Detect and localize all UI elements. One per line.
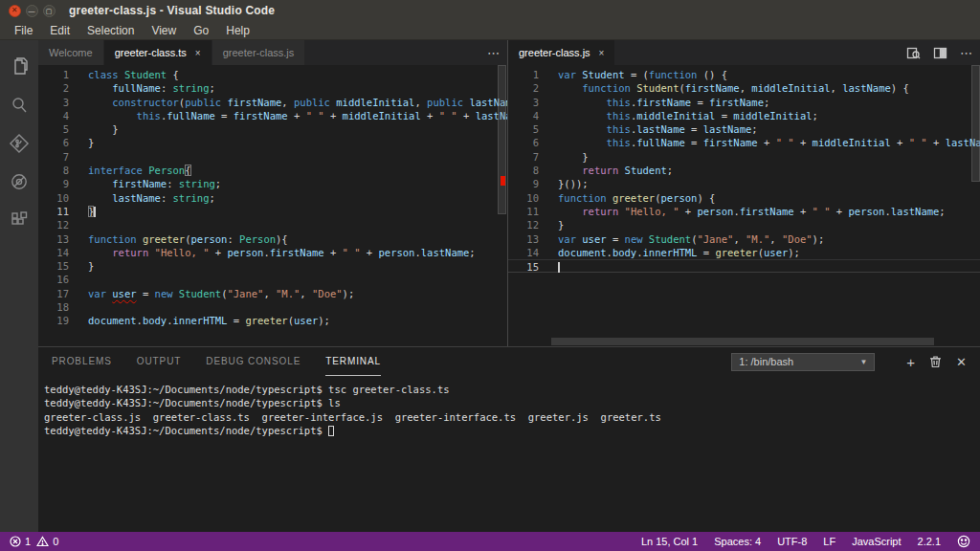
terminal-select[interactable]: 1: /bin/bash ▼ bbox=[731, 353, 875, 371]
line-number[interactable]: 4 bbox=[38, 109, 69, 122]
language-mode-status[interactable]: JavaScript bbox=[852, 536, 901, 547]
code-line[interactable]: 7 bbox=[38, 150, 507, 164]
line-number[interactable]: 6 bbox=[508, 136, 539, 149]
tab-close-icon[interactable]: × bbox=[599, 48, 605, 58]
window-minimize-button[interactable]: — bbox=[26, 5, 38, 17]
line-number[interactable]: 7 bbox=[38, 150, 69, 164]
code-line[interactable]: 8 return Student; bbox=[508, 164, 980, 177]
menu-file[interactable]: File bbox=[6, 21, 41, 39]
tab-close-icon[interactable]: × bbox=[195, 48, 201, 58]
line-number[interactable]: 10 bbox=[508, 191, 539, 205]
line-number[interactable]: 3 bbox=[38, 96, 69, 109]
line-number[interactable]: 1 bbox=[508, 68, 539, 81]
line-number[interactable]: 12 bbox=[508, 218, 539, 231]
code-line[interactable]: 13var user = new Student("Jane", "M.", "… bbox=[508, 232, 980, 246]
tab-greeter-class-ts[interactable]: greeter-class.ts × bbox=[104, 40, 212, 65]
line-number[interactable]: 9 bbox=[508, 177, 539, 190]
explorer-icon[interactable] bbox=[0, 48, 38, 86]
line-number[interactable]: 19 bbox=[38, 314, 69, 327]
code-line[interactable]: 16 bbox=[38, 273, 507, 286]
indentation-status[interactable]: Spaces: 4 bbox=[714, 536, 761, 547]
line-number[interactable]: 11 bbox=[38, 205, 69, 218]
line-number[interactable]: 7 bbox=[508, 150, 539, 164]
code-line[interactable]: 9}()); bbox=[508, 177, 980, 190]
code-line[interactable]: 12} bbox=[508, 218, 980, 231]
more-actions-icon[interactable]: ⋯ bbox=[487, 46, 500, 60]
code-line[interactable]: 13function greeter(person: Person){ bbox=[38, 232, 507, 246]
feedback-smiley-icon[interactable] bbox=[957, 535, 970, 548]
line-number[interactable]: 6 bbox=[38, 136, 69, 149]
line-number[interactable]: 2 bbox=[508, 81, 539, 95]
line-number[interactable]: 14 bbox=[508, 246, 539, 259]
code-line[interactable]: 12 bbox=[38, 218, 507, 231]
code-line[interactable]: 14 return "Hello, " + person.firstName +… bbox=[38, 246, 507, 259]
menu-edit[interactable]: Edit bbox=[41, 21, 78, 39]
code-line[interactable]: 5 } bbox=[38, 122, 507, 136]
code-line[interactable]: 10 lastName: string; bbox=[38, 191, 507, 205]
panel-tab-output[interactable]: OUTPUT bbox=[137, 347, 182, 376]
javascript-editor[interactable]: 1var Student = (function () {2 function … bbox=[508, 65, 980, 346]
debug-icon[interactable] bbox=[0, 163, 38, 201]
typescript-editor[interactable]: 1class Student {2 fullName: string;3 con… bbox=[38, 65, 507, 346]
line-number[interactable]: 15 bbox=[508, 260, 539, 272]
code-line[interactable]: 11 return "Hello, " + person.firstName +… bbox=[508, 205, 980, 218]
line-number[interactable]: 18 bbox=[38, 300, 69, 314]
new-terminal-icon[interactable]: + bbox=[906, 354, 915, 370]
terminal[interactable]: teddy@teddy-K43SJ:~/Documents/node/types… bbox=[38, 376, 980, 532]
menu-selection[interactable]: Selection bbox=[78, 21, 143, 39]
open-preview-icon[interactable] bbox=[906, 46, 921, 60]
menu-go[interactable]: Go bbox=[185, 21, 217, 39]
code-line[interactable]: 19document.body.innerHTML = greeter(user… bbox=[38, 314, 507, 327]
code-line[interactable]: 7 } bbox=[508, 150, 980, 164]
panel-tab-problems[interactable]: PROBLEMS bbox=[52, 347, 112, 376]
panel-tab-debug-console[interactable]: DEBUG CONSOLE bbox=[206, 347, 301, 376]
line-number[interactable]: 2 bbox=[38, 81, 69, 95]
line-number[interactable]: 15 bbox=[38, 259, 69, 273]
line-number[interactable]: 5 bbox=[38, 122, 69, 136]
code-line[interactable]: 8interface Person{ bbox=[38, 164, 507, 177]
extensions-icon[interactable] bbox=[0, 201, 38, 239]
line-number[interactable]: 14 bbox=[38, 246, 69, 259]
code-line[interactable]: 6 this.fullName = firstName + " " + midd… bbox=[508, 136, 980, 149]
split-editor-icon[interactable] bbox=[933, 46, 947, 60]
code-line[interactable]: 10function greeter(person) { bbox=[508, 191, 980, 205]
code-line[interactable]: 18 bbox=[38, 300, 507, 314]
source-control-icon[interactable] bbox=[0, 124, 38, 163]
line-number[interactable]: 13 bbox=[38, 232, 69, 246]
window-maximize-button[interactable]: ▢ bbox=[43, 5, 56, 17]
window-close-button[interactable]: ✕ bbox=[9, 5, 21, 17]
code-line[interactable]: 11} bbox=[38, 205, 507, 218]
tab-greeter-class-js-right[interactable]: greeter-class.js × bbox=[508, 40, 615, 65]
panel-tab-terminal[interactable]: TERMINAL bbox=[325, 347, 381, 376]
code-line[interactable]: 2 fullName: string; bbox=[38, 81, 507, 95]
encoding-status[interactable]: UTF-8 bbox=[777, 536, 807, 547]
code-line[interactable]: 17var user = new Student("Jane", "M.", "… bbox=[38, 287, 507, 300]
code-line[interactable]: 15} bbox=[38, 259, 507, 273]
line-number[interactable]: 8 bbox=[508, 164, 539, 177]
code-line[interactable]: 1class Student { bbox=[38, 68, 507, 81]
warning-status[interactable]: 0 bbox=[36, 536, 58, 547]
code-line[interactable]: 3 this.firstName = firstName; bbox=[508, 96, 980, 109]
line-number[interactable]: 9 bbox=[38, 177, 69, 190]
search-icon[interactable] bbox=[0, 86, 38, 124]
line-number[interactable]: 5 bbox=[508, 122, 539, 136]
code-line[interactable]: 14document.body.innerHTML = greeter(user… bbox=[508, 246, 980, 259]
more-actions-icon[interactable]: ⋯ bbox=[960, 46, 972, 60]
line-number[interactable]: 10 bbox=[38, 191, 69, 205]
line-number[interactable]: 8 bbox=[38, 164, 69, 177]
line-number[interactable]: 16 bbox=[38, 273, 69, 286]
line-number[interactable]: 4 bbox=[508, 109, 539, 122]
line-number[interactable]: 3 bbox=[508, 96, 539, 109]
line-number[interactable]: 11 bbox=[508, 205, 539, 218]
menu-help[interactable]: Help bbox=[217, 21, 258, 39]
line-number[interactable]: 1 bbox=[38, 68, 69, 81]
menu-view[interactable]: View bbox=[143, 21, 185, 39]
code-line[interactable]: 4 this.fullName = firstName + " " + midd… bbox=[38, 109, 507, 122]
code-line[interactable]: 2 function Student(firstName, middleInit… bbox=[508, 81, 980, 95]
cursor-position-status[interactable]: Ln 15, Col 1 bbox=[641, 536, 698, 547]
code-line[interactable]: 9 firstName: string; bbox=[38, 177, 507, 190]
kill-terminal-icon[interactable] bbox=[929, 355, 942, 368]
line-number[interactable]: 17 bbox=[38, 287, 69, 300]
line-number[interactable]: 13 bbox=[508, 232, 539, 246]
code-line[interactable]: 5 this.lastName = lastName; bbox=[508, 122, 980, 136]
